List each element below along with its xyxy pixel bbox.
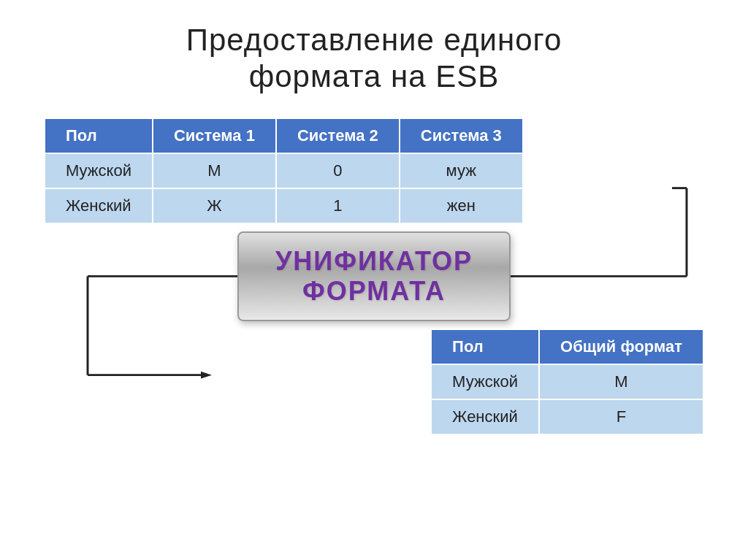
top-table: Пол Система 1 Система 2 Система 3 Мужско… (44, 118, 524, 224)
page-title: Предоставление единого формата на ESB (186, 22, 562, 96)
unifier-wrapper: УНИФИКАТОР ФОРМАТА (44, 231, 704, 321)
top-row1-pol: Мужской (45, 153, 153, 188)
top-table-header-sys2: Система 2 (276, 118, 400, 153)
top-row2-sys2: 1 (276, 188, 400, 223)
table-row: Мужской М 0 муж (45, 153, 523, 188)
table-row: Женский F (431, 399, 703, 434)
top-row1-sys1: М (153, 153, 276, 188)
unifier-box: УНИФИКАТОР ФОРМАТА (237, 231, 511, 321)
top-table-header-pol: Пол (45, 118, 153, 153)
top-table-header-sys3: Система 3 (400, 118, 523, 153)
diagram-container: Пол Система 1 Система 2 Система 3 Мужско… (44, 118, 704, 435)
bottom-row2-pol: Женский (431, 399, 539, 434)
bottom-row1-pol: Мужской (431, 364, 539, 399)
top-row2-pol: Женский (45, 188, 153, 223)
bottom-table-header-pol: Пол (431, 329, 539, 364)
bottom-table-wrapper: Пол Общий формат Мужской М Женский F (44, 329, 704, 435)
top-row1-sys3: муж (400, 153, 523, 188)
bottom-row1-format: М (539, 364, 703, 399)
top-row1-sys2: 0 (276, 153, 400, 188)
bottom-row2-format: F (539, 399, 703, 434)
top-table-header-sys1: Система 1 (153, 118, 276, 153)
bottom-table-header-format: Общий формат (539, 329, 703, 364)
top-table-wrapper: Пол Система 1 Система 2 Система 3 Мужско… (44, 118, 704, 224)
unifier-text-line2: ФОРМАТА (275, 276, 473, 306)
bottom-table: Пол Общий формат Мужской М Женский F (430, 329, 704, 435)
top-row2-sys3: жен (400, 188, 523, 223)
table-row: Женский Ж 1 жен (45, 188, 523, 223)
unifier-text-line1: УНИФИКАТОР (275, 246, 473, 276)
table-row: Мужской М (431, 364, 703, 399)
slide: Предоставление единого формата на ESB (0, 0, 748, 560)
top-row2-sys1: Ж (153, 188, 276, 223)
